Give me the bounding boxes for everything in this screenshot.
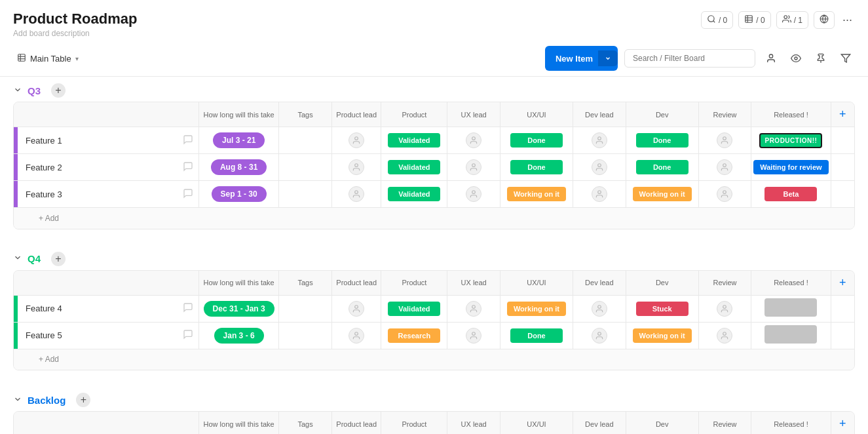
group-header-q3: Q3 + [13, 77, 855, 102]
comment-button[interactable] [183, 329, 193, 342]
more-options-button[interactable]: ··· [840, 10, 855, 30]
table-count-group[interactable]: / 0 [738, 11, 770, 29]
new-item-button[interactable]: New Item [545, 46, 618, 71]
add-col-icon[interactable]: + [839, 417, 846, 430]
comment-button[interactable] [183, 188, 193, 201]
col-header-add[interactable]: + [831, 412, 854, 434]
row-dev-lead-cell[interactable] [573, 295, 626, 322]
row-review-cell[interactable] [698, 322, 751, 349]
row-add-col-cell [831, 322, 854, 349]
board-description[interactable]: Add board description [13, 29, 137, 38]
comment-icon[interactable] [183, 161, 193, 172]
avatar [717, 159, 732, 175]
svg-point-21 [355, 164, 358, 167]
group-title-backlog[interactable]: Backlog [28, 395, 66, 406]
group-add-button-q4[interactable]: + [51, 252, 66, 266]
row-review-cell[interactable] [698, 154, 751, 181]
comment-button[interactable] [183, 161, 193, 174]
search-count-group[interactable]: / 0 [701, 11, 733, 29]
row-color-bar [14, 181, 18, 207]
group-title-q4[interactable]: Q4 [28, 253, 41, 264]
row-review-cell[interactable] [698, 181, 751, 208]
row-product-lead-cell[interactable] [331, 154, 381, 181]
row-dev-lead-cell[interactable] [573, 181, 626, 208]
add-col-icon[interactable]: + [839, 276, 846, 289]
row-dev-lead-cell[interactable] [573, 322, 626, 349]
filter-icon[interactable] [837, 49, 855, 68]
pin-icon[interactable] [812, 49, 830, 68]
row-product-lead-cell[interactable] [331, 181, 381, 208]
group-add-button-backlog[interactable]: + [76, 393, 90, 407]
row-product-lead-cell[interactable] [331, 295, 381, 322]
main-table-button[interactable]: Main Table ▾ [13, 50, 83, 67]
row-product-cell: Validated [381, 295, 447, 322]
row-review-cell[interactable] [698, 295, 751, 322]
col-header-col-released: Released ! [751, 412, 831, 434]
table-backlog: How long will this takeTagsProduct leadP… [14, 412, 854, 434]
group-chevron-q4[interactable] [13, 253, 22, 264]
group-title-q3[interactable]: Q3 [28, 85, 41, 96]
svg-rect-2 [745, 16, 753, 23]
avatar [349, 159, 364, 175]
add-row[interactable]: + Add [14, 349, 854, 370]
row-product-lead-cell[interactable] [331, 322, 381, 349]
released-status: Waiting for review [753, 160, 828, 174]
comment-icon[interactable] [183, 134, 193, 145]
col-header-col-uxui: UX/UI [500, 271, 573, 296]
table-icon [744, 14, 753, 26]
row-ux-lead-cell[interactable] [447, 295, 500, 322]
svg-point-26 [472, 191, 476, 194]
row-add-col-cell [831, 181, 854, 208]
new-item-caret[interactable] [598, 50, 618, 66]
comment-button[interactable] [183, 302, 193, 315]
row-product-lead-cell[interactable] [331, 127, 381, 154]
row-dev-lead-cell[interactable] [573, 154, 626, 181]
col-header-col-review: Review [698, 271, 751, 296]
row-product-cell: Research [381, 322, 447, 349]
comment-icon[interactable] [183, 329, 193, 340]
row-ux-lead-cell[interactable] [447, 322, 500, 349]
col-header-col-tags: Tags [279, 102, 332, 127]
row-review-cell[interactable] [698, 127, 751, 154]
page-header: Product Roadmap Add board description / … [0, 0, 868, 41]
row-ux-lead-cell[interactable] [447, 127, 500, 154]
add-row-label[interactable]: + Add [14, 208, 854, 229]
row-add-col-cell [831, 127, 854, 154]
row-uxui-cell: Done [500, 322, 573, 349]
row-product-cell: Validated [381, 181, 447, 208]
avatar [592, 186, 607, 202]
avatar [717, 328, 732, 344]
group-chevron-backlog[interactable] [13, 395, 22, 406]
dev-status: Working on it [633, 187, 692, 201]
row-dev-lead-cell[interactable] [573, 127, 626, 154]
col-header-col-product-lead: Product lead [331, 271, 381, 296]
svg-point-28 [723, 191, 726, 194]
row-tags-cell [279, 127, 332, 154]
eye-icon[interactable] [787, 49, 805, 68]
col-header-col-dev-lead: Dev lead [573, 271, 626, 296]
comment-icon[interactable] [183, 302, 193, 313]
col-header-col-ux-lead: UX lead [447, 102, 500, 127]
add-row[interactable]: + Add [14, 208, 854, 229]
search-input[interactable] [624, 49, 755, 68]
row-ux-lead-cell[interactable] [447, 154, 500, 181]
row-name-container: Feature 5 [14, 323, 198, 349]
svg-point-29 [355, 305, 358, 308]
person-filter-icon[interactable] [762, 49, 780, 68]
group-chevron-q3[interactable] [13, 85, 22, 96]
share-icon [820, 14, 829, 26]
svg-point-14 [795, 57, 797, 60]
add-col-icon[interactable]: + [839, 108, 846, 121]
comment-icon[interactable] [183, 188, 193, 199]
group-add-button-q3[interactable]: + [51, 83, 66, 98]
add-row-label[interactable]: + Add [14, 349, 854, 370]
comment-button[interactable] [183, 134, 193, 147]
col-header-add[interactable]: + [831, 102, 854, 127]
user-count-group[interactable]: / 1 [776, 11, 808, 29]
row-name-cell: Feature 1 [14, 127, 198, 154]
table-q3: How long will this takeTagsProduct leadP… [14, 102, 854, 229]
share-group[interactable] [814, 11, 835, 29]
svg-marker-16 [841, 54, 850, 62]
col-header-add[interactable]: + [831, 271, 854, 296]
row-ux-lead-cell[interactable] [447, 181, 500, 208]
